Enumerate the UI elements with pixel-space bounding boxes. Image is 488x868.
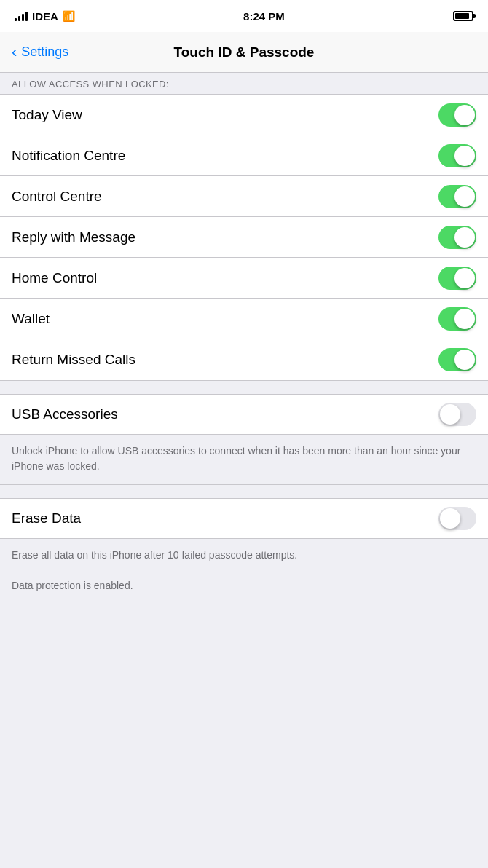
status-left: IDEA 📶 bbox=[15, 10, 75, 23]
page-title: Touch ID & Passcode bbox=[174, 44, 315, 60]
wallet-toggle[interactable] bbox=[438, 307, 476, 331]
today-view-label: Today View bbox=[12, 107, 82, 123]
signal-icon bbox=[15, 11, 28, 21]
return-missed-calls-row: Return Missed Calls bbox=[0, 339, 488, 380]
usb-accessories-label: USB Accessories bbox=[12, 406, 118, 422]
nav-bar: ‹ Settings Touch ID & Passcode bbox=[0, 32, 488, 73]
wallet-row: Wallet bbox=[0, 299, 488, 339]
control-centre-toggle[interactable] bbox=[438, 185, 476, 208]
notification-centre-label: Notification Centre bbox=[12, 148, 125, 164]
return-missed-calls-label: Return Missed Calls bbox=[12, 352, 135, 368]
back-button[interactable]: ‹ Settings bbox=[12, 44, 68, 60]
erase-description-line2: Data protection is enabled. bbox=[12, 578, 476, 593]
erase-description: Erase all data on this iPhone after 10 f… bbox=[0, 539, 488, 604]
back-label: Settings bbox=[21, 44, 68, 60]
erase-data-label: Erase Data bbox=[12, 510, 81, 526]
erase-data-row: Erase Data bbox=[0, 498, 488, 539]
reply-with-message-label: Reply with Message bbox=[12, 229, 135, 245]
home-control-toggle[interactable] bbox=[438, 267, 476, 290]
today-view-row: Today View bbox=[0, 95, 488, 135]
return-missed-calls-toggle[interactable] bbox=[438, 348, 476, 371]
usb-accessories-toggle[interactable] bbox=[438, 403, 476, 426]
wallet-label: Wallet bbox=[12, 311, 50, 327]
home-control-label: Home Control bbox=[12, 270, 97, 286]
erase-data-toggle[interactable] bbox=[438, 507, 476, 530]
erase-description-line1: Erase all data on this iPhone after 10 f… bbox=[12, 548, 476, 563]
notification-centre-row: Notification Centre bbox=[0, 135, 488, 176]
allow-access-group: Today View Notification Centre Control C… bbox=[0, 94, 488, 381]
notification-centre-toggle[interactable] bbox=[438, 144, 476, 167]
battery-icon bbox=[453, 11, 473, 21]
usb-accessories-row: USB Accessories bbox=[0, 394, 488, 435]
home-control-row: Home Control bbox=[0, 258, 488, 299]
chevron-left-icon: ‹ bbox=[12, 44, 17, 60]
status-bar: IDEA 📶 8:24 PM bbox=[0, 0, 488, 32]
control-centre-row: Control Centre bbox=[0, 176, 488, 217]
reply-with-message-row: Reply with Message bbox=[0, 217, 488, 258]
section-header-allow-access: ALLOW ACCESS WHEN LOCKED: bbox=[0, 73, 488, 94]
usb-description: Unlock iPhone to allow USB accessories t… bbox=[0, 435, 488, 485]
carrier-label: IDEA bbox=[32, 10, 58, 23]
reply-with-message-toggle[interactable] bbox=[438, 226, 476, 249]
time-label: 8:24 PM bbox=[243, 10, 285, 23]
today-view-toggle[interactable] bbox=[438, 103, 476, 127]
wifi-icon: 📶 bbox=[63, 10, 75, 22]
control-centre-label: Control Centre bbox=[12, 189, 102, 205]
